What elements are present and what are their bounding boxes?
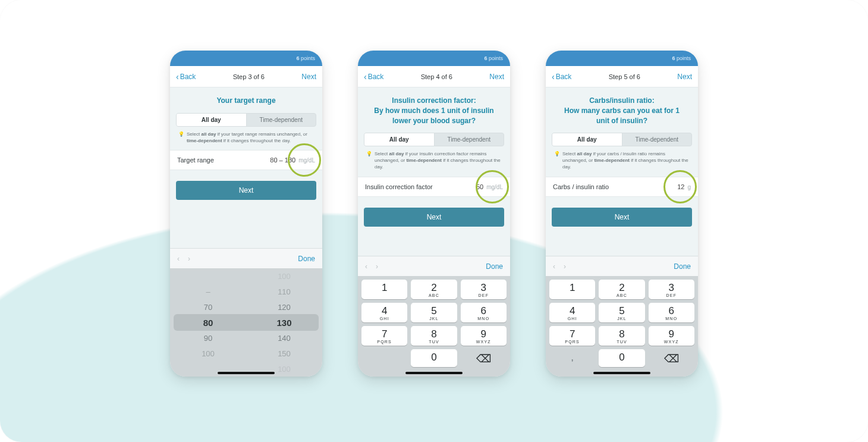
chevron-right-icon[interactable]: › [376,262,378,271]
primary-next-button[interactable]: Next [552,208,692,227]
field-label: Carbs / insulin ratio [553,183,609,190]
picker-row-selected: 80 [203,315,213,330]
primary-next-button[interactable]: Next [364,208,504,227]
picker-col-left[interactable]: – 70 80 90 100 [170,268,246,377]
primary-next-button[interactable]: Next [176,181,316,200]
picker-col-right[interactable]: 100 110 120 130 140 150 100 [246,268,322,377]
field-label: Insulin correction factor [365,183,433,190]
segment-all-day[interactable]: All day [552,133,622,146]
chevron-right-icon[interactable]: › [564,262,566,271]
wheel-picker[interactable]: – 70 80 90 100 100 110 120 130 140 150 1… [170,268,322,377]
picker-row: 100 [278,361,291,377]
key-1[interactable]: 1 [361,280,407,299]
chevron-left-icon[interactable]: ‹ [553,262,555,271]
correction-factor-field[interactable]: Insulin correction factor 50 mg/dL [358,177,510,197]
picker-row: 140 [278,330,291,346]
backspace-icon: ⌫ [476,352,491,365]
segment-all-day[interactable]: All day [364,133,435,146]
segmented-control: All day Time-dependent [176,113,316,127]
key-1[interactable]: 1 [549,280,595,299]
step-title: Step 3 of 6 [233,73,265,80]
home-indicator[interactable] [405,372,463,374]
segmented-control: All day Time-dependent [552,133,692,146]
phone-screen-1: 6 points ‹Back Step 3 of 6 Next Your tar… [170,51,322,377]
next-link[interactable]: Next [301,73,316,81]
headline: Insulin correction factor: By how much d… [358,87,510,130]
back-button[interactable]: ‹Back [176,73,196,81]
picker-arrows: ‹ › [553,262,566,271]
done-button[interactable]: Done [674,262,691,271]
key-9[interactable]: 9WXYZ [649,326,694,346]
key-4[interactable]: 4GHI [549,303,595,322]
spacer [170,200,322,248]
segment-time-dependent[interactable]: Time-dependent [247,114,316,126]
chevron-left-icon[interactable]: ‹ [177,255,180,263]
segment-time-dependent[interactable]: Time-dependent [622,133,692,146]
spacer [546,227,698,256]
hint-body: Select all day if your target range rema… [187,131,314,145]
picker-toolbar: ‹ › Done [358,256,510,276]
content: Carbs/insulin ratio: How many carbs can … [546,87,698,377]
key-2[interactable]: 2ABC [411,280,457,299]
key-comma[interactable]: , [549,349,595,367]
hint-body: Select all day if your carbs / insulin r… [562,151,690,170]
nav-bar: ‹Back Step 5 of 6 Next [546,66,698,87]
back-button[interactable]: ‹Back [364,73,383,81]
picker-row: 100 [202,346,215,361]
picker-row: 120 [278,299,291,315]
content: Your target range All day Time-dependent… [170,87,322,377]
key-delete[interactable]: ⌫ [649,349,694,367]
key-5[interactable]: 5JKL [411,303,457,322]
key-0[interactable]: 0 [599,349,644,367]
key-0[interactable]: 0 [411,349,457,367]
key-2[interactable]: 2ABC [599,280,644,299]
key-6[interactable]: 6MNO [461,303,507,322]
key-7[interactable]: 7PQRS [361,326,407,346]
hint-body: Select all day if your insulin correctio… [375,151,502,170]
key-8[interactable]: 8TUV [411,326,457,346]
picker-row: 150 [278,346,291,361]
key-3[interactable]: 3DEF [649,280,694,299]
carbs-insulin-field[interactable]: Carbs / insulin ratio 12 g [546,177,698,197]
points-badge: 6 points [672,55,691,61]
hint-text: 💡 Select all day if your carbs / insulin… [546,151,698,176]
next-link[interactable]: Next [677,73,692,81]
back-button[interactable]: ‹Back [552,73,571,81]
key-5[interactable]: 5JKL [599,303,644,322]
picker-arrows: ‹ › [177,255,190,263]
points-badge: 6 points [484,55,503,61]
key-8[interactable]: 8TUV [599,326,644,346]
key-7[interactable]: 7PQRS [549,326,595,346]
key-9[interactable]: 9WXYZ [461,326,507,346]
picker-row: 110 [278,284,291,299]
key-blank [361,349,407,367]
key-delete[interactable]: ⌫ [461,349,507,367]
field-value: 50 mg/dL [476,183,503,190]
picker-row: 100 [278,268,291,284]
key-6[interactable]: 6MNO [649,303,694,322]
segment-all-day[interactable]: All day [177,114,247,126]
picker-row: – [206,284,210,299]
hint-text: 💡 Select all day if your target range re… [170,131,322,151]
picker-toolbar: ‹ › Done [546,256,698,276]
hint-text: 💡 Select all day if your insulin correct… [358,151,510,176]
spacer [358,227,510,256]
target-range-field[interactable]: Target range 80 – 130 mg/dL [170,150,322,170]
picker-row: 90 [204,330,212,346]
numeric-keypad: 1 2ABC 3DEF 4GHI 5JKL 6MNO 7PQRS 8TUV 9W… [546,276,698,377]
chevron-right-icon[interactable]: › [188,255,190,263]
chevron-left-icon[interactable]: ‹ [365,262,367,271]
field-value: 80 – 130 mg/dL [270,156,315,164]
lightbulb-icon: 💡 [178,131,184,145]
key-4[interactable]: 4GHI [361,303,407,322]
picker-row: 70 [204,299,212,315]
next-link[interactable]: Next [489,73,504,81]
done-button[interactable]: Done [298,255,315,263]
home-indicator[interactable] [218,372,275,374]
key-3[interactable]: 3DEF [461,280,507,299]
home-indicator[interactable] [593,372,650,374]
segment-time-dependent[interactable]: Time-dependent [435,133,504,146]
phone-row: 6 points ‹Back Step 3 of 6 Next Your tar… [0,51,868,377]
done-button[interactable]: Done [486,262,503,271]
picker-row-selected: 130 [276,315,291,330]
